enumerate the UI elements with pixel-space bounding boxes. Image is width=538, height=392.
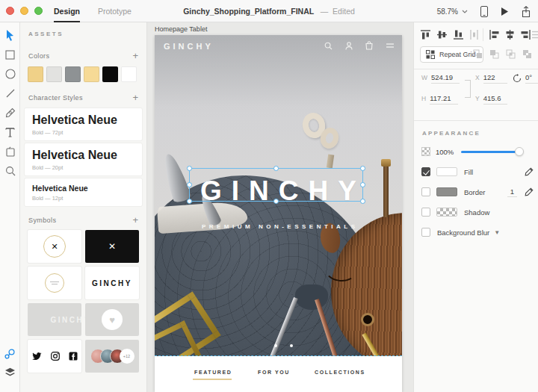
chevron-down-icon[interactable]: ▼ (494, 229, 500, 236)
menu-icon (386, 43, 395, 49)
preview-play-button[interactable] (501, 7, 509, 16)
zoom-tool[interactable] (0, 161, 20, 181)
share-button[interactable] (522, 6, 531, 17)
symbol-avatar-group[interactable]: +12 (85, 340, 139, 373)
assets-panel-toggle[interactable] (4, 349, 16, 361)
align-middle-vertical-button[interactable] (436, 29, 448, 42)
align-top-button[interactable] (420, 29, 431, 42)
pen-tool[interactable] (0, 103, 20, 122)
fill-checkbox[interactable] (421, 167, 430, 176)
align-center-horizontal-button[interactable] (504, 29, 516, 42)
shadow-checkbox[interactable] (421, 208, 430, 217)
assets-panel-title: ASSETS (28, 31, 146, 37)
subtract-icon[interactable] (489, 49, 499, 59)
style-detail: Bold — 72pt (32, 129, 134, 136)
selection-handle-n[interactable] (273, 166, 279, 171)
selection-handle-sw[interactable] (187, 199, 192, 204)
align-left-button[interactable] (489, 29, 500, 42)
text-tool[interactable] (0, 122, 20, 142)
symbol-social-icons[interactable] (28, 340, 81, 373)
opacity-value[interactable]: 100% (436, 148, 454, 156)
artboard-tool[interactable] (0, 142, 20, 161)
x-label: X (475, 74, 480, 81)
colors-section-label: Colors (28, 52, 49, 60)
symbol-close-dark[interactable]: ✕ (85, 230, 139, 263)
select-tool[interactable] (0, 25, 20, 45)
style-name: Helvetica Neue (32, 113, 134, 127)
repeat-grid-icon (426, 50, 435, 59)
border-width-input[interactable]: 1 (507, 187, 517, 197)
character-style-item[interactable]: Helvetica Neue Bold — 20pt (25, 143, 142, 175)
color-swatch[interactable] (102, 66, 118, 82)
close-window-button[interactable] (6, 7, 14, 15)
selection-handle-ne[interactable] (360, 166, 365, 171)
align-bottom-button[interactable] (453, 29, 464, 42)
background-blur-checkbox[interactable] (421, 228, 430, 237)
distribute-horizontal-button[interactable] (469, 29, 479, 42)
color-swatch[interactable] (65, 66, 81, 82)
artboard-title[interactable]: Homepage Tablet (155, 25, 207, 33)
align-right-button[interactable] (520, 29, 531, 42)
symbol-ginchy-wordmark[interactable]: GINCHY (85, 267, 139, 299)
eyedropper-icon[interactable] (525, 167, 534, 176)
intersect-icon[interactable] (506, 49, 516, 59)
selection-handle-w[interactable] (187, 182, 192, 187)
selection-handle-nw[interactable] (187, 166, 192, 171)
exclude-overlap-icon[interactable] (522, 49, 532, 59)
union-icon[interactable] (473, 49, 483, 59)
selection-handle-se[interactable] (360, 199, 365, 204)
style-name: Helvetica Neue (32, 149, 134, 162)
rectangle-tool[interactable] (0, 45, 20, 64)
border-color-chip[interactable] (436, 187, 457, 196)
opacity-slider[interactable] (461, 151, 519, 153)
symbol-close-circle[interactable]: ✕ (28, 230, 81, 263)
tab-prototype[interactable]: Prototype (98, 0, 132, 22)
symbol-favorite-button[interactable]: ♥ (85, 303, 139, 336)
color-swatch[interactable] (84, 66, 99, 82)
layers-panel-toggle[interactable] (4, 367, 16, 379)
selection-handle-s[interactable] (273, 199, 279, 204)
opacity-slider-knob[interactable] (515, 147, 524, 156)
add-color-button[interactable]: + (132, 52, 138, 60)
alignment-toolbar (414, 28, 538, 42)
character-style-item[interactable]: Helvetica Neue Bold — 72pt (25, 108, 142, 140)
selection-bounding-box[interactable] (189, 168, 363, 202)
line-tool[interactable] (0, 84, 20, 103)
add-symbol-button[interactable]: + (132, 217, 138, 224)
symbol-badge-circle[interactable] (28, 267, 81, 299)
avatar-count-badge: +12 (120, 349, 134, 364)
distribute-vertical-button[interactable] (532, 31, 538, 40)
ellipse-tool[interactable] (0, 64, 20, 84)
device-preview-button[interactable] (480, 6, 488, 17)
window-controls[interactable] (6, 7, 43, 15)
fill-color-chip[interactable] (436, 167, 457, 176)
appearance-header: APPEARANCE (422, 130, 480, 137)
shadow-color-chip[interactable] (436, 208, 457, 217)
zoom-window-button[interactable] (34, 7, 43, 15)
x-input[interactable]: 122 (483, 73, 507, 84)
height-input[interactable]: 117.21 (430, 94, 458, 105)
border-checkbox[interactable] (421, 187, 430, 196)
zoom-level-control[interactable]: 58.7% (437, 7, 468, 16)
minimize-window-button[interactable] (20, 7, 28, 15)
fill-label: Fill (464, 168, 473, 176)
character-style-item[interactable]: Helvetica Neue Bold — 12pt (25, 178, 142, 206)
lock-aspect-icon[interactable] (465, 80, 471, 98)
shopping-bag-icon (365, 41, 373, 50)
symbol-ginchy-wordmark-light[interactable]: GINCHY (28, 303, 81, 336)
selection-handle-e[interactable] (360, 182, 365, 187)
color-swatch[interactable] (46, 66, 62, 82)
y-input[interactable]: 415.6 (483, 94, 507, 105)
width-input[interactable]: 524.19 (431, 73, 460, 84)
assets-icon (4, 349, 16, 359)
artboard-homepage-tablet[interactable]: GINCHY GINCHY PREMIUM NON-ESSENTIALS (155, 35, 402, 392)
repeat-grid-label: Repeat Grid (439, 51, 476, 58)
border-row: Border 1 (421, 187, 534, 197)
canvas-pasteboard[interactable]: Homepage Tablet GINCHY (147, 22, 413, 392)
rotation-input[interactable]: 0° (525, 73, 538, 84)
tab-design[interactable]: Design (54, 0, 80, 22)
color-swatch[interactable] (28, 66, 43, 82)
eyedropper-icon[interactable] (525, 187, 534, 196)
color-swatch[interactable] (121, 66, 137, 82)
add-character-style-button[interactable]: + (132, 94, 138, 102)
